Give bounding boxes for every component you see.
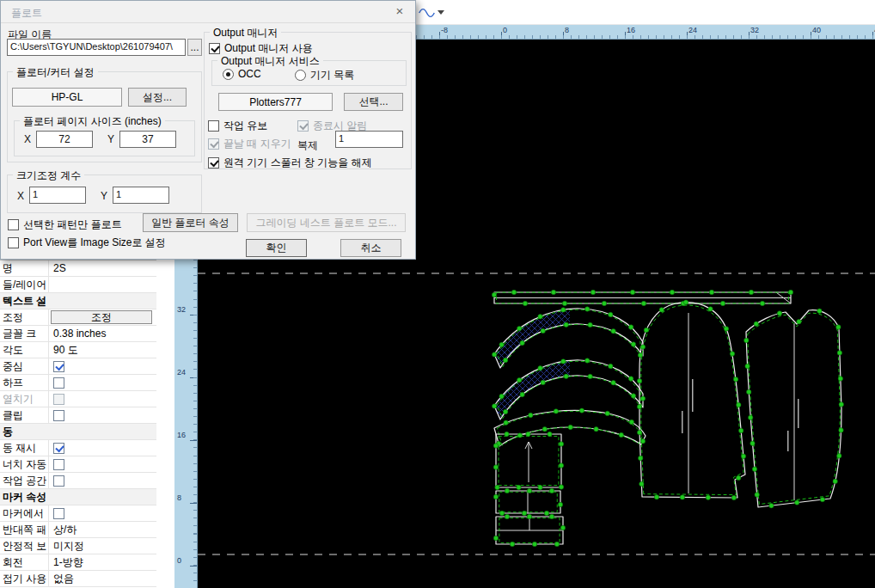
- grade-point[interactable]: [640, 345, 645, 349]
- grade-point[interactable]: [631, 342, 635, 346]
- grade-point[interactable]: [538, 485, 542, 489]
- grade-point[interactable]: [588, 322, 592, 327]
- panel-row[interactable]: 접기 사용없음: [0, 571, 156, 587]
- grade-point[interactable]: [520, 392, 524, 396]
- page-y-input[interactable]: 37: [119, 131, 176, 148]
- select-plotter-button[interactable]: 선택...: [344, 93, 403, 111]
- grade-point[interactable]: [749, 290, 753, 294]
- grade-point[interactable]: [752, 467, 756, 471]
- grade-point[interactable]: [739, 428, 743, 432]
- grade-point[interactable]: [568, 425, 572, 429]
- grade-point[interactable]: [720, 301, 725, 305]
- grade-point[interactable]: [839, 402, 843, 407]
- page-x-input[interactable]: 72: [36, 131, 93, 148]
- grade-point[interactable]: [680, 495, 684, 499]
- grade-point[interactable]: [538, 315, 542, 319]
- file-path-input[interactable]: C:\Users\TGYUN\Desktop\261079407\: [7, 39, 186, 56]
- grade-point[interactable]: [737, 475, 741, 480]
- panel-adjust-button[interactable]: 조정: [51, 310, 152, 324]
- grade-point[interactable]: [602, 301, 606, 305]
- panel-section-header[interactable]: 마커 속성: [0, 489, 156, 505]
- grade-point[interactable]: [638, 352, 642, 357]
- grade-point[interactable]: [706, 495, 710, 499]
- grade-point[interactable]: [797, 320, 801, 324]
- grade-point[interactable]: [836, 325, 841, 329]
- grade-point[interactable]: [744, 338, 749, 342]
- plotter-name-box[interactable]: Plotters777: [218, 93, 333, 111]
- grade-point[interactable]: [637, 378, 641, 383]
- grade-point[interactable]: [640, 439, 645, 444]
- grade-point[interactable]: [503, 358, 507, 362]
- grade-point[interactable]: [493, 404, 497, 408]
- grade-point[interactable]: [505, 514, 509, 518]
- grade-point[interactable]: [532, 542, 536, 546]
- panel-row[interactable]: 명2S: [0, 260, 156, 277]
- grade-point[interactable]: [548, 432, 552, 436]
- grade-point[interactable]: [709, 290, 713, 294]
- grade-point[interactable]: [544, 511, 548, 515]
- grade-point[interactable]: [504, 420, 508, 425]
- dialog-titlebar[interactable]: 플로트 ×: [1, 1, 415, 23]
- grade-point[interactable]: [629, 420, 633, 424]
- grade-point[interactable]: [817, 309, 822, 313]
- device-list-radio[interactable]: [295, 70, 306, 81]
- grade-point[interactable]: [493, 465, 498, 469]
- grade-point[interactable]: [561, 308, 566, 312]
- grade-point[interactable]: [517, 485, 521, 489]
- panel-row-value[interactable]: 2S: [49, 262, 66, 274]
- grade-point[interactable]: [541, 380, 545, 384]
- pattern-piece-yoke-b[interactable]: [494, 353, 643, 426]
- panel-section-header[interactable]: 동: [0, 424, 156, 440]
- grade-point[interactable]: [820, 497, 824, 501]
- panel-row[interactable]: 하프: [0, 375, 156, 391]
- grade-point[interactable]: [637, 404, 641, 408]
- grade-point[interactable]: [495, 485, 499, 489]
- panel-row[interactable]: 반대쪽 패상/하: [0, 522, 156, 538]
- grade-point[interactable]: [838, 377, 842, 381]
- panel-row[interactable]: 작업 공간: [0, 473, 156, 489]
- driver-select[interactable]: HP-GL: [12, 88, 122, 107]
- grade-point[interactable]: [833, 479, 837, 483]
- driver-settings-button[interactable]: 설정...: [128, 88, 187, 107]
- grade-point[interactable]: [493, 536, 498, 540]
- panel-row-value[interactable]: 상/하: [49, 523, 76, 537]
- grade-point[interactable]: [724, 327, 728, 331]
- panel-row[interactable]: 클립: [0, 407, 156, 424]
- panel-row-value[interactable]: 0.38 inches: [49, 328, 106, 340]
- panel-checkbox[interactable]: [53, 459, 64, 470]
- port-view-checkbox-row[interactable]: Port View를 Image Size로 설정: [8, 236, 166, 250]
- curve-tool-button[interactable]: [419, 3, 444, 21]
- grade-point[interactable]: [559, 485, 563, 489]
- remote-spooler-checkbox-row[interactable]: 원격 기기 스풀러 창 기능을 해제: [208, 156, 372, 170]
- grade-point[interactable]: [529, 413, 533, 417]
- remote-spooler-checkbox[interactable]: [208, 157, 219, 168]
- grade-point[interactable]: [749, 415, 753, 420]
- pattern-piece-sleeve[interactable]: [639, 303, 745, 498]
- ok-button[interactable]: 확인: [246, 239, 307, 257]
- grade-point[interactable]: [760, 301, 764, 305]
- grade-point[interactable]: [755, 493, 759, 497]
- grade-point[interactable]: [747, 389, 751, 394]
- grade-point[interactable]: [562, 301, 566, 305]
- grade-point[interactable]: [750, 441, 755, 445]
- grade-point[interactable]: [554, 409, 558, 413]
- panel-row[interactable]: 들/레이어: [0, 277, 156, 293]
- grade-point[interactable]: [733, 377, 737, 382]
- panel-section-header[interactable]: 텍스트 설: [0, 293, 156, 309]
- grade-point[interactable]: [777, 311, 781, 315]
- grade-point[interactable]: [522, 511, 526, 515]
- panel-checkbox[interactable]: [53, 394, 64, 405]
- grade-point[interactable]: [499, 342, 504, 346]
- grade-point[interactable]: [561, 359, 566, 364]
- grade-point[interactable]: [708, 307, 713, 311]
- grade-point[interactable]: [637, 430, 641, 434]
- port-view-checkbox[interactable]: [8, 237, 19, 248]
- grade-point[interactable]: [609, 312, 613, 316]
- pattern-piece-strip-1[interactable]: [496, 491, 560, 513]
- grade-point[interactable]: [538, 366, 542, 371]
- grade-point[interactable]: [551, 290, 555, 294]
- grade-point[interactable]: [683, 300, 688, 304]
- grade-point[interactable]: [520, 340, 524, 345]
- grade-point[interactable]: [493, 494, 498, 499]
- scale-y-input[interactable]: 1: [113, 187, 169, 204]
